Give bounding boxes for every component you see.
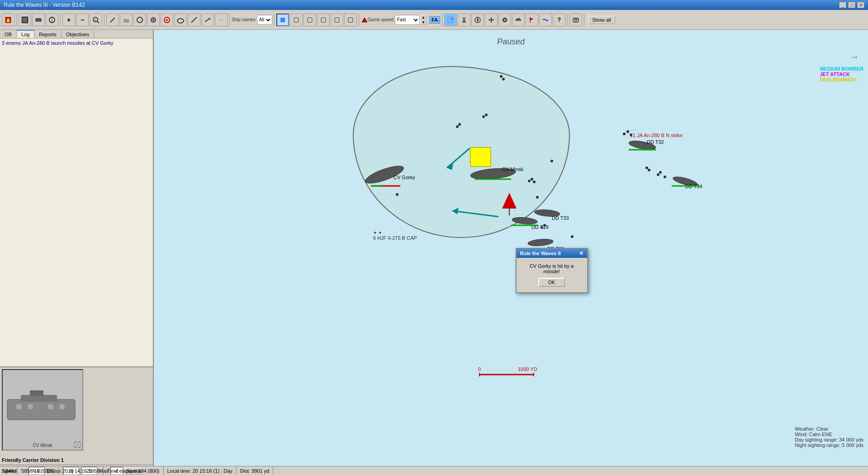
svg-rect-56 [28,404,33,409]
dialog-overlay: Rule the Waves II ✕ CV Gorky is hit by a… [154,30,868,466]
status-cell-4: Time elapsed 194 (800) [104,466,164,475]
toggle-1[interactable] [276,14,289,26]
game-speed-select[interactable]: Fast [395,15,420,25]
toolbar-sep-5 [274,14,275,26]
circle-btn[interactable] [133,14,146,26]
status-cell-2: 5858N 02038E [18,466,58,475]
minimap-carrier-label: CV Minsk [33,443,52,448]
tab-ob[interactable]: OB [0,30,17,38]
game-speed-label: Game speed [368,17,394,22]
speed-up-btn[interactable]: ▲ [420,15,427,20]
tab-reports[interactable]: Reports [34,30,62,38]
ship-names-select[interactable]: All [257,15,272,25]
eraser-btn[interactable] [120,14,133,26]
status-cell-6: Dist: 3901 yd [237,466,273,475]
toolbar-sep-3 [104,14,104,26]
close-btn[interactable]: ✕ [857,2,864,8]
map-area[interactable]: Paused ← CV Gorky CV Minsk [154,30,868,466]
wave-btn[interactable] [539,14,552,26]
svg-rect-4 [35,18,42,22]
toolbar: + − + ··· Ship names All [0,10,868,30]
tab-log[interactable]: Log [17,30,34,38]
fa-btn[interactable]: FA [429,16,440,24]
pencil-btn[interactable] [106,14,119,26]
svg-rect-46 [517,18,520,19]
svg-point-18 [166,19,168,21]
toggle-4[interactable] [317,14,330,26]
minimap-settings-icon[interactable] [74,442,81,448]
svg-point-33 [463,18,465,19]
dialog-box: Rule the Waves II ✕ CV Gorky is hit by a… [516,248,588,293]
ship-names-group: Ship names All [232,15,272,25]
toolbar-icon-2[interactable] [19,14,31,26]
svg-rect-23 [280,18,285,22]
svg-rect-53 [21,395,57,402]
dialog-title: Rule the Waves II ✕ [517,249,587,258]
toolbar-icon-1[interactable] [2,14,14,26]
main-area: OB Log Reports Objectives 11 JA An-280 B… [0,30,868,466]
toggle-3[interactable] [304,14,316,26]
svg-rect-28 [348,18,353,22]
dialog-body: CV Gorky is hit by a missile! OK [517,258,587,292]
arrow-btn[interactable] [201,14,214,26]
flag-btn[interactable] [526,14,538,26]
toggle-5[interactable] [331,14,343,26]
svg-rect-12 [123,19,129,23]
ship-names-label: Ship names [232,17,256,22]
settings-btn[interactable] [498,14,511,26]
toggle-6[interactable] [344,14,357,26]
window-controls[interactable]: _ □ ✕ [839,2,864,8]
svg-point-59 [75,442,80,447]
svg-rect-27 [335,18,339,22]
ellipse-btn[interactable] [174,14,187,26]
toolbar-icon-3[interactable] [32,14,45,26]
dialog-close-btn[interactable]: ✕ [579,250,583,256]
maximize-btn[interactable]: □ [848,2,855,8]
target-btn[interactable] [161,14,173,26]
minimap: CV Minsk [2,369,83,451]
status-cell-3: 20 rij 14:16 1958 [59,466,104,475]
radar-btn[interactable] [444,14,457,26]
toolbar-icon-4[interactable] [46,14,58,26]
svg-line-10 [110,18,115,22]
svg-text:+: + [94,18,96,22]
anchor-btn[interactable] [458,14,470,26]
status-cell-1: 246 [2,466,18,475]
dialog-ok-btn[interactable]: OK [538,278,565,287]
status-cell-5: Local time: 20 15:16 (1) : Day [164,466,237,475]
circle-plus-btn[interactable] [147,14,160,26]
svg-rect-24 [294,18,299,22]
toolbar-sep-9 [584,14,584,26]
carrier-division-label: Friendly Carrier Division 1 [0,456,153,465]
line-btn[interactable] [188,14,200,26]
svg-point-60 [76,444,78,446]
svg-rect-25 [308,18,312,22]
show-all-button[interactable]: Show all [588,16,615,24]
svg-rect-45 [516,19,521,21]
svg-rect-26 [321,18,326,22]
statusbar: 246 5858N 02038E 20 rij 14:16 1958 Time … [0,466,868,475]
minimap-content: CV Minsk [3,370,82,450]
more-btn[interactable]: ··· [215,14,228,26]
plus-cross-btn[interactable] [485,14,498,26]
zoom-fit-btn[interactable]: + [90,14,102,26]
fleet-btn[interactable] [512,14,525,26]
dialog-title-text: Rule the Waves II [520,251,561,256]
svg-point-43 [503,19,506,21]
svg-rect-3 [23,18,27,22]
tab-objectives[interactable]: Objectives [62,30,94,38]
question-btn[interactable]: ? [553,14,565,26]
minimize-btn[interactable]: _ [839,2,846,8]
toolbar-sep-4 [229,14,230,26]
toggle-2[interactable] [290,14,303,26]
zoom-out-btn[interactable]: − [76,14,89,26]
photo-btn[interactable] [569,14,582,26]
speed-down-btn[interactable]: ▼ [420,20,427,25]
titlebar: Rule the Waves III - Version B142 _ □ ✕ [0,0,868,10]
log-text: 3 enemy JA An-280 B launch missiles at C… [2,40,151,46]
svg-rect-57 [48,404,53,409]
bottom-panel: CV Minsk Friendly Carrier Division 1 Spe… [0,366,153,466]
compass-btn[interactable] [471,14,484,26]
zoom-in-btn[interactable]: + [62,14,75,26]
svg-marker-48 [530,18,534,20]
